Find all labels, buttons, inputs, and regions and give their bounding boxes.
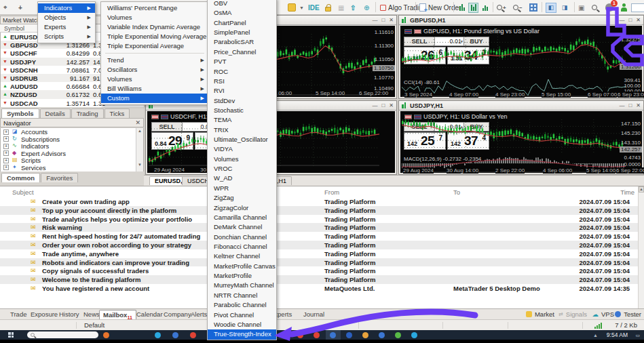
- market-watch-tab-symbols[interactable]: Symbols: [1, 108, 39, 118]
- menu-item-woodie-channel[interactable]: Woodie Channel: [208, 320, 276, 329]
- navigator-item-indicators[interactable]: +∿Indicators: [1, 142, 143, 150]
- menu-item-stddev[interactable]: StdDev: [208, 96, 276, 106]
- menu-item-wpr[interactable]: WPR: [208, 184, 276, 193]
- upload-icon[interactable]: ⇧: [350, 2, 356, 13]
- subject-header[interactable]: Subject: [12, 188, 34, 196]
- search-icon[interactable]: [592, 2, 597, 13]
- from-header[interactable]: From: [324, 188, 339, 196]
- menu-item-murreymath-channel[interactable]: MurreyMath Channel: [208, 281, 276, 290]
- menu-item-true-strength-index[interactable]: True-Strength-Index: [208, 329, 276, 339]
- menu-item-nrtr-channel[interactable]: NRTR Channel: [208, 291, 276, 300]
- menu-item-custom[interactable]: Custom▶: [101, 94, 208, 103]
- time-header[interactable]: Time: [620, 188, 634, 196]
- vps-button[interactable]: ☁VPS: [592, 310, 614, 318]
- menu-item-obv[interactable]: OBV: [208, 0, 276, 8]
- menu-item-w-ad[interactable]: W_AD: [208, 174, 276, 183]
- menu-item-trend[interactable]: Trend▶: [101, 56, 208, 65]
- zoom-in-icon[interactable]: +: [497, 2, 506, 13]
- menu-item-zigzag[interactable]: ZigZag: [208, 193, 276, 203]
- usdjpy-chart-window[interactable]: USDJPY,H1 —□✕ USDJPY, H1: US Dollar vs Y…: [398, 100, 644, 175]
- market-watch-tab-details[interactable]: Details: [40, 108, 71, 118]
- crosshair-icon[interactable]: +: [18, 2, 22, 13]
- menu-item-triple-exponential-average[interactable]: Triple Exponential Average: [101, 41, 208, 51]
- menu-item-stochastic[interactable]: Stochastic: [208, 106, 276, 115]
- menu-item-marketprofile-canvas[interactable]: MarketProfile Canvas: [208, 262, 276, 271]
- menu-item-volumes[interactable]: Volumes: [101, 13, 208, 22]
- menu-item-rsi[interactable]: RSI: [208, 77, 276, 86]
- taskbar-app-icon[interactable]: [103, 332, 109, 338]
- navigator-item-subscriptions[interactable]: +↻Subscriptions: [1, 136, 143, 143]
- navigator-item-accounts[interactable]: +◪Accounts: [1, 128, 143, 136]
- expand-plus-icon[interactable]: +: [3, 144, 9, 149]
- candlestick-chart-button[interactable]: [468, 2, 478, 13]
- minimize-icon[interactable]: —: [619, 17, 624, 23]
- mail-row[interactable]: ✉Welcome to the trading platformTrading …: [0, 275, 638, 284]
- arrange-left-icon[interactable]: ◧: [546, 2, 556, 13]
- toolbox-tab-journal[interactable]: Journal: [300, 310, 328, 319]
- minimize-icon[interactable]: —: [619, 102, 624, 108]
- menu-item-tema[interactable]: TEMA: [208, 115, 276, 125]
- maximize-icon[interactable]: □: [381, 17, 385, 23]
- expand-plus-icon[interactable]: +: [3, 150, 9, 156]
- menu-item-osma[interactable]: OsMA: [208, 8, 276, 18]
- minimize-icon[interactable]: —: [372, 102, 377, 108]
- toolbox-tab-history[interactable]: History: [56, 310, 83, 319]
- menu-item-pvt[interactable]: PVT: [208, 57, 276, 66]
- menu-item-keltner-channel[interactable]: Keltner Channel: [208, 251, 276, 261]
- arrange-right-icon[interactable]: ◨: [559, 2, 570, 13]
- menu-item-vidya[interactable]: VIDYA: [208, 144, 276, 154]
- market-button[interactable]: Market: [526, 310, 554, 318]
- navigator-item-services[interactable]: +✦Services: [1, 164, 143, 172]
- new-order-button[interactable]: New Order: [419, 2, 461, 13]
- menu-item-marketprofile[interactable]: MarketProfile: [208, 271, 276, 281]
- dropdown-caret-icon[interactable]: ▼: [299, 2, 304, 13]
- menu-item-parabolic-channel[interactable]: Parabolic Channel: [208, 300, 276, 310]
- start-button[interactable]: [8, 332, 14, 338]
- to-header[interactable]: To: [453, 188, 460, 196]
- maximize-icon[interactable]: □: [381, 102, 385, 108]
- maximize-icon[interactable]: □: [628, 102, 632, 108]
- menu-item-williams-percent-range[interactable]: Williams' Percent Range: [101, 3, 208, 13]
- navigator-scrollbar[interactable]: ▲▼: [136, 128, 143, 172]
- cursor-select-icon[interactable]: ⌖: [3, 2, 7, 13]
- expand-plus-icon[interactable]: +: [3, 165, 9, 170]
- menu-item-experts[interactable]: Experts▶: [38, 22, 95, 32]
- taskbar-search-input[interactable]: [27, 331, 98, 338]
- menu-item-demark-channel[interactable]: DeMark Channel: [208, 222, 276, 232]
- close-icon[interactable]: ✕: [636, 17, 641, 23]
- menu-item-scripts[interactable]: Scripts▶: [38, 32, 95, 41]
- market-watch-tab-trading[interactable]: Trading: [71, 108, 104, 118]
- maximize-icon[interactable]: □: [628, 17, 632, 23]
- taskbar-app-icon[interactable]: [411, 332, 417, 338]
- menu-item-volumes[interactable]: Volumes: [208, 155, 276, 164]
- mail-row[interactable]: ✉Trade anytime, anywhereTrading Platform…: [0, 249, 638, 258]
- bars-chart-button[interactable]: [457, 2, 467, 13]
- screenshot-camera-icon[interactable]: ▣: [578, 2, 584, 13]
- menu-item-rvi[interactable]: RVI: [208, 86, 276, 96]
- menu-item-ultimate-oscillator[interactable]: Ultimate_Oscillator: [208, 135, 276, 144]
- menu-item-oscillators[interactable]: Oscillators▶: [101, 65, 208, 75]
- menu-item-roc[interactable]: ROC: [208, 67, 276, 77]
- taskbar-app-icon[interactable]: [346, 332, 352, 338]
- minimize-icon[interactable]: —: [372, 17, 377, 23]
- menu-item-trix[interactable]: TRIX: [208, 125, 276, 135]
- close-icon[interactable]: ✕: [135, 119, 140, 126]
- taskbar-app-icon[interactable]: [314, 332, 320, 338]
- mail-row[interactable]: ✉Rent high-speed hosting for 24/7 automa…: [0, 232, 638, 241]
- ide-button[interactable]: IDE: [308, 2, 320, 13]
- mailbox-scrollbar[interactable]: ▲: [638, 186, 644, 309]
- close-icon[interactable]: ✕: [389, 102, 394, 108]
- market-watch-tab-ticks[interactable]: Ticks: [105, 108, 130, 118]
- gbpusd-chart[interactable]: GBPUSD, H1: Pound Sterling vs US Dollar …: [400, 26, 642, 97]
- taskbar-app-icon[interactable]: [190, 332, 196, 338]
- usdjpy-chart[interactable]: USDJPY, H1: US Dollar vs Yen SELL 0.01▴ …: [400, 111, 642, 173]
- lock-icon[interactable]: [325, 2, 331, 13]
- usdjpy-window-titlebar[interactable]: USDJPY,H1 —□✕: [399, 101, 643, 110]
- line-chart-button[interactable]: [480, 2, 490, 13]
- taskbar-clock[interactable]: 9:54 AM: [607, 331, 628, 338]
- menu-item-vroc[interactable]: VROC: [208, 164, 276, 174]
- mail-row[interactable]: ✉Create your own trading appTrading Plat…: [0, 197, 638, 206]
- menu-item-objects[interactable]: Objects▶: [38, 13, 95, 22]
- menu-item-pivot-channel[interactable]: Pivot Channel: [208, 310, 276, 320]
- menu-item-triple-exponential-moving-average[interactable]: Triple Exponential Moving Average: [101, 32, 208, 41]
